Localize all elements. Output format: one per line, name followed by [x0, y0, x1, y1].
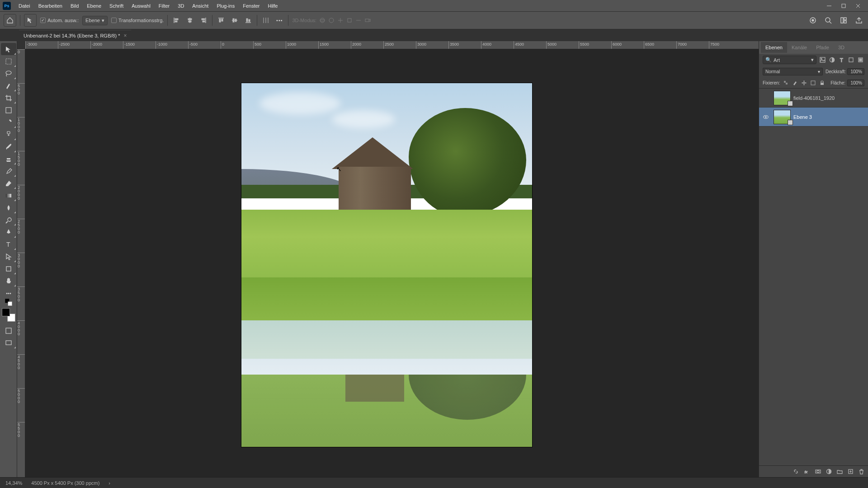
menu-view[interactable]: Ansicht — [188, 1, 212, 10]
blur-tool[interactable] — [1, 202, 16, 214]
menu-window[interactable]: Fenster — [239, 1, 264, 10]
healing-brush-tool[interactable] — [1, 128, 16, 141]
layer-name[interactable]: field-406181_1920 — [793, 95, 835, 101]
layer-filter-dropdown[interactable]: 🔍 Art ▾ — [763, 56, 816, 64]
opacity-input[interactable]: 100% — [847, 68, 864, 75]
canvas[interactable]: ↖ — [25, 49, 759, 477]
filter-smart-icon[interactable] — [856, 56, 864, 64]
3d-pan-icon[interactable] — [328, 17, 335, 23]
group-icon[interactable] — [835, 468, 844, 476]
align-hcenter-button[interactable] — [185, 15, 195, 25]
filter-adjust-icon[interactable] — [828, 56, 836, 64]
dodge-tool[interactable] — [1, 214, 16, 226]
layer-row[interactable]: field-406181_1920 — [759, 89, 868, 108]
tab-paths[interactable]: Pfade — [811, 42, 834, 53]
menu-type[interactable]: Schrift — [105, 1, 127, 10]
lock-artboard-icon[interactable] — [809, 79, 817, 86]
filter-shape-icon[interactable] — [847, 56, 855, 64]
brush-tool[interactable] — [1, 141, 16, 153]
tab-channels[interactable]: Kanäle — [787, 42, 811, 53]
filter-image-icon[interactable] — [818, 56, 826, 64]
blend-mode-dropdown[interactable]: Normal▾ — [763, 68, 823, 75]
align-vcenter-button[interactable] — [230, 15, 240, 25]
menu-3d[interactable]: 3D — [174, 1, 188, 10]
move-tool[interactable] — [1, 43, 16, 55]
quick-select-tool[interactable] — [1, 80, 16, 92]
menu-file[interactable]: Datei — [14, 1, 34, 10]
auto-select-checkbox[interactable]: Autom. ausw.: — [40, 18, 79, 23]
align-left-button[interactable] — [171, 15, 181, 25]
new-layer-icon[interactable] — [846, 468, 854, 476]
horizontal-ruler[interactable]: -3000-2500-2000-1500-1000-50005001000150… — [25, 41, 759, 49]
menu-help[interactable]: Hilfe — [264, 1, 282, 10]
screenmode-tool[interactable] — [1, 337, 16, 349]
layer-thumbnail[interactable] — [774, 110, 791, 124]
quickmask-tool[interactable] — [1, 324, 16, 337]
trash-icon[interactable] — [857, 468, 865, 476]
artboard[interactable] — [241, 83, 532, 447]
mask-icon[interactable] — [814, 468, 822, 476]
document-tab[interactable]: Unbenannt-2 bei 14,3% (Ebene 3, RGB/8) *… — [19, 30, 131, 41]
hand-tool[interactable] — [1, 275, 16, 287]
menu-edit[interactable]: Bearbeiten — [34, 1, 66, 10]
default-colors-icon[interactable] — [1, 299, 16, 305]
crop-tool[interactable] — [1, 92, 16, 104]
menu-image[interactable]: Bild — [66, 1, 83, 10]
color-swatches[interactable] — [1, 307, 16, 323]
menu-select[interactable]: Auswahl — [127, 1, 155, 10]
frame-tool[interactable] — [1, 104, 16, 116]
eyedropper-tool[interactable] — [1, 116, 16, 128]
adjustment-icon[interactable] — [825, 468, 833, 476]
vertical-ruler[interactable]: 0500100015002000250030003500400045005000… — [17, 49, 25, 477]
3d-camera-icon[interactable] — [364, 17, 371, 23]
menu-plugins[interactable]: Plug-ins — [212, 1, 239, 10]
marquee-tool[interactable] — [1, 55, 16, 67]
search-icon[interactable] — [823, 15, 834, 26]
layer-thumbnail[interactable] — [774, 91, 791, 105]
align-bottom-button[interactable] — [243, 15, 253, 25]
lock-pixels-icon[interactable] — [791, 79, 799, 86]
transform-controls-checkbox[interactable]: Transformationsstrg. — [111, 18, 164, 23]
3d-move-icon[interactable] — [337, 17, 344, 23]
eraser-tool[interactable] — [1, 177, 16, 189]
tab-3d[interactable]: 3D — [834, 42, 849, 53]
distribute-button[interactable] — [261, 15, 271, 25]
type-tool[interactable]: T — [1, 238, 16, 250]
clone-stamp-tool[interactable] — [1, 153, 16, 165]
close-tab-icon[interactable]: × — [123, 33, 127, 39]
shape-tool[interactable] — [1, 263, 16, 275]
history-brush-tool[interactable] — [1, 165, 16, 177]
lasso-tool[interactable] — [1, 67, 16, 80]
more-options-button[interactable]: ••• — [274, 15, 284, 25]
zoom-level[interactable]: 14,34% — [5, 480, 22, 486]
layer-row[interactable]: Ebene 3 — [759, 108, 868, 127]
3d-orbit-icon[interactable] — [319, 17, 326, 23]
foreground-color-swatch[interactable] — [2, 308, 10, 316]
cloud-docs-icon[interactable] — [807, 15, 818, 26]
visibility-toggle[interactable] — [761, 114, 771, 120]
fx-icon[interactable]: fx — [803, 468, 811, 476]
window-minimize[interactable] — [822, 0, 836, 11]
link-layers-icon[interactable] — [792, 468, 800, 476]
3d-scale-icon[interactable] — [346, 17, 353, 23]
status-chevron-icon[interactable]: › — [108, 480, 110, 486]
pen-tool[interactable] — [1, 226, 16, 238]
tab-layers[interactable]: Ebenen — [761, 42, 787, 53]
lock-transparency-icon[interactable] — [782, 79, 790, 86]
layer-name[interactable]: Ebene 3 — [793, 114, 812, 120]
menu-layer[interactable]: Ebene — [83, 1, 105, 10]
path-select-tool[interactable] — [1, 250, 16, 263]
window-maximize[interactable] — [836, 0, 851, 11]
gradient-tool[interactable] — [1, 189, 16, 202]
share-icon[interactable] — [854, 15, 864, 26]
3d-slide-icon[interactable] — [355, 17, 362, 23]
home-button[interactable] — [4, 14, 16, 27]
lock-position-icon[interactable] — [800, 79, 808, 86]
lock-all-icon[interactable] — [818, 79, 826, 86]
window-close[interactable] — [851, 0, 865, 11]
workspace-icon[interactable] — [838, 15, 849, 26]
filter-type-icon[interactable]: T — [837, 56, 845, 64]
document-dimensions[interactable]: 4500 Px x 5400 Px (300 ppcm) — [31, 480, 99, 486]
menu-filter[interactable]: Filter — [155, 1, 174, 10]
align-top-button[interactable] — [216, 15, 226, 25]
